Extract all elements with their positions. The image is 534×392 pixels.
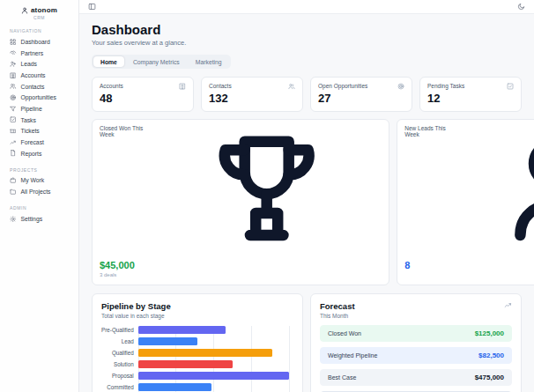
forecast-row-weighted-pipeline: Weighted Pipeline $82,500	[320, 347, 512, 364]
sidebar-item-dashboard[interactable]: Dashboard	[0, 36, 78, 48]
bar-committed	[138, 383, 211, 391]
main-area: Dashboard Your sales overview at a glanc…	[79, 0, 534, 392]
tab-marketing[interactable]: Marketing	[189, 56, 229, 67]
bar-solution	[138, 360, 233, 368]
sidebar-item-all-projects[interactable]: All Projects	[0, 186, 78, 197]
users-icon	[288, 83, 295, 90]
bar-lead	[138, 337, 197, 345]
logo-icon	[21, 7, 28, 14]
sidebar-item-reports[interactable]: Reports	[0, 148, 78, 159]
closed-won-deals: 3 deals	[100, 272, 382, 278]
tab-home[interactable]: Home	[93, 56, 124, 67]
check-square-icon	[10, 116, 17, 123]
bar-qualified	[138, 349, 272, 357]
stat-value: 12	[427, 92, 514, 105]
bar-pre-qualified	[138, 326, 226, 334]
stat-card-accounts[interactable]: Accounts 48	[92, 77, 194, 112]
forecast-subtitle: This Month	[320, 313, 355, 319]
middle-row: Pipeline by Stage Total value in each st…	[92, 293, 522, 392]
chart-category-labels: Pre-Qualified Lead Qualified Solution Pr…	[101, 326, 138, 392]
building-icon	[179, 83, 186, 90]
topbar	[79, 0, 534, 14]
nav-section-label: Projects	[0, 167, 78, 173]
app-subtitle: CRM	[0, 15, 78, 20]
dashboard-tabs: Home Company Metrics Marketing	[92, 55, 231, 69]
chart-plot-area: $0 $80,000 $160,000 $240,000 $320,000	[138, 326, 293, 392]
theme-toggle-icon[interactable]	[517, 3, 525, 11]
user-plus-icon	[455, 125, 534, 257]
file-icon	[10, 150, 17, 157]
sidebar-item-forecast[interactable]: Forecast	[0, 137, 78, 148]
new-leads-card[interactable]: New Leads This Week 8	[397, 119, 534, 285]
new-leads-value: 8	[404, 260, 534, 270]
ticket-icon	[10, 128, 17, 135]
trend-up-icon	[504, 301, 512, 309]
forecast-row-closed-won: Closed Won $125,000	[320, 325, 512, 342]
briefcase-icon	[10, 177, 17, 184]
gear-icon	[10, 216, 17, 223]
sidebar-item-tasks[interactable]: Tasks	[0, 115, 78, 126]
trophy-icon	[152, 125, 382, 257]
panel-toggle-icon[interactable]	[88, 3, 96, 11]
page-title: Dashboard	[92, 22, 522, 37]
nav-section-label: Admin	[0, 205, 78, 211]
closed-won-value: $45,000	[100, 260, 382, 270]
stat-value: 27	[318, 92, 404, 105]
sidebar-item-leads[interactable]: Leads	[0, 58, 78, 70]
trend-up-icon	[10, 139, 17, 146]
check-square-icon	[507, 83, 514, 90]
nav-section-navigation: Navigation Dashboard Partners Leads Acco…	[0, 28, 78, 159]
forecast-row-best-case: Best Case $475,000	[320, 369, 512, 386]
nav-section-label: Navigation	[0, 28, 78, 33]
highlight-cards-row: Closed Won This Week $45,000 3 deals New…	[92, 119, 522, 285]
sidebar: atonom CRM Navigation Dashboard Partners…	[0, 0, 79, 392]
forecast-rows: Closed Won $125,000 Weighted Pipeline $8…	[320, 325, 512, 392]
sidebar-item-opportunities[interactable]: Opportunities	[0, 92, 78, 103]
sidebar-item-my-work[interactable]: My Work	[0, 175, 78, 187]
chart-title: Pipeline by Stage	[101, 301, 171, 311]
app-name: atonom	[31, 6, 57, 14]
chart-subtitle: Total value in each stage	[101, 313, 171, 319]
stat-value: 48	[100, 92, 186, 105]
target-icon	[10, 94, 17, 101]
app-logo[interactable]: atonom	[0, 6, 78, 14]
handshake-icon	[10, 49, 17, 56]
sidebar-item-contacts[interactable]: Contacts	[0, 81, 78, 92]
sidebar-item-tickets[interactable]: Tickets	[0, 126, 78, 137]
dashboard-content: Dashboard Your sales overview at a glanc…	[79, 14, 534, 392]
sidebar-item-pipeline[interactable]: Pipeline	[0, 103, 78, 115]
pipeline-by-stage-panel: Pipeline by Stage Total value in each st…	[92, 293, 303, 392]
pipeline-bar-chart: Pre-Qualified Lead Qualified Solution Pr…	[101, 326, 293, 392]
folder-icon	[10, 189, 17, 196]
target-icon	[397, 83, 404, 90]
nav-section-admin: Admin Settings	[0, 205, 78, 225]
funnel-icon	[10, 106, 17, 113]
nav-section-projects: Projects My Work All Projects	[0, 167, 78, 197]
stat-card-open-opportunities[interactable]: Open Opportunities 27	[310, 77, 412, 112]
forecast-panel: Forecast This Month Closed Won $125,000 …	[310, 293, 522, 392]
building-icon	[10, 72, 17, 79]
page-subtitle: Your sales overview at a glance.	[92, 39, 522, 47]
sidebar-item-accounts[interactable]: Accounts	[0, 70, 78, 81]
sidebar-item-partners[interactable]: Partners	[0, 48, 78, 59]
user-plus-icon	[10, 61, 17, 68]
closed-won-card[interactable]: Closed Won This Week $45,000 3 deals	[92, 119, 389, 285]
stat-cards-row: Accounts 48 Contacts 132 Open Opportunit…	[92, 77, 522, 112]
forecast-title: Forecast	[320, 301, 355, 311]
sidebar-item-settings[interactable]: Settings	[0, 213, 78, 225]
stat-value: 132	[209, 92, 295, 105]
grid-icon	[10, 39, 17, 46]
tab-company-metrics[interactable]: Company Metrics	[126, 56, 187, 67]
stat-card-pending-tasks[interactable]: Pending Tasks 12	[419, 77, 522, 112]
bar-proposal	[138, 372, 289, 380]
users-icon	[10, 83, 17, 90]
stat-card-contacts[interactable]: Contacts 132	[201, 77, 303, 112]
